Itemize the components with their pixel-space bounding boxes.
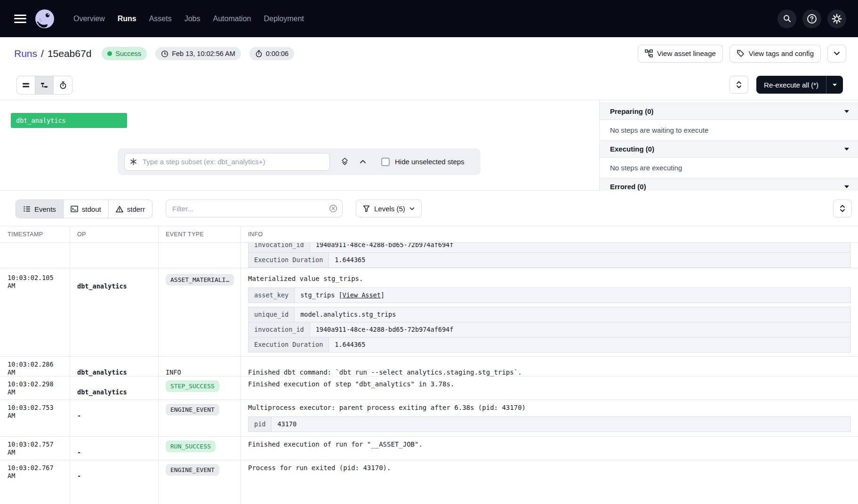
table-row-clipped: invocation_id 1940a911-48ce-4288-bd65-72… [0, 243, 858, 268]
stopwatch-icon [255, 50, 263, 57]
metadata-row: invocation_id 1940a911-48ce-4288-bd65-72… [248, 243, 850, 253]
nav-item-deployment[interactable]: Deployment [264, 15, 304, 23]
metadata-row: pid 43170 [248, 416, 850, 432]
info-cell: Finished execution of step "dbt_analytic… [241, 376, 858, 400]
timestamp-cell: 10:03:02.298AM [0, 376, 70, 400]
metadata-row: invocation_id 1940a911-48ce-4288-bd65-72… [248, 322, 850, 337]
stopwatch-view-icon [59, 81, 67, 89]
zoom-fit-button[interactable] [730, 76, 748, 94]
metadata-row: unique_id model.analytics.stg_trips [248, 307, 850, 322]
event-message: Materialized value stg_trips. [248, 275, 850, 283]
metadata-key: invocation_id [249, 243, 310, 252]
section-preparing-title: Preparing (0) [610, 107, 844, 115]
chevron-up-icon[interactable] [360, 160, 366, 164]
table-row: 10:03:02.286AM dbt_analytics INFO Finish… [0, 357, 858, 376]
metadata-row: Execution Duration 1.644365 [248, 252, 850, 268]
metadata-value: stg_trips [View Asset] [295, 288, 850, 303]
waterfall-view-button[interactable] [35, 76, 54, 94]
status-badge: Success [102, 47, 147, 60]
metadata-key: asset_key [249, 288, 295, 303]
events-list-icon [23, 205, 31, 213]
breadcrumb-runs-link[interactable]: Runs [14, 48, 37, 59]
metadata-value: 1940a911-48ce-4288-bd65-72b974af694f [310, 243, 850, 252]
help-button[interactable] [802, 9, 821, 28]
tab-events-label: Events [34, 205, 56, 213]
search-button[interactable] [778, 9, 796, 28]
dagster-logo[interactable] [35, 9, 55, 29]
duration-pill: 0:00:06 [249, 47, 294, 60]
event-message: Multiprocess executor: parent process ex… [248, 404, 850, 412]
top-nav-bar: Overview Runs Assets Jobs Automation Dep… [0, 0, 858, 37]
op-cell: dbt_analytics [70, 376, 158, 400]
levels-filter-label: Levels (5) [374, 205, 405, 213]
caret-down-icon [844, 147, 850, 151]
breadcrumb: Runs / 15eab67d [14, 48, 91, 59]
clear-filter-icon[interactable] [329, 204, 337, 215]
log-filter-input[interactable] [166, 200, 343, 217]
metadata-value: 1.644365 [329, 337, 850, 352]
view-asset-lineage-button[interactable]: View asset lineage [638, 45, 723, 63]
log-expand-button[interactable] [833, 200, 852, 217]
updown-chevrons-icon [736, 80, 742, 89]
settings-button[interactable] [827, 9, 846, 28]
view-asset-link[interactable]: View Asset [343, 291, 381, 299]
timestamp-cell: 10:03:02.753AM [0, 400, 70, 436]
hamburger-menu-icon[interactable] [14, 12, 26, 25]
section-executing[interactable]: Executing (0) [600, 140, 858, 158]
event-type-cell: ASSET_MATERIALI… [158, 268, 241, 356]
event-type-cell: STEP_SUCCESS [158, 376, 241, 400]
levels-filter-button[interactable]: Levels (5) [356, 200, 422, 217]
waterfall-view-icon [40, 81, 48, 89]
log-tabs: Events stdout stderr [16, 200, 152, 218]
run-toolbar: Re-execute all (*) [0, 70, 858, 100]
col-event-type: EVENT TYPE [158, 231, 241, 238]
hide-unselected-label: Hide unselected steps [395, 158, 465, 166]
nav-item-overview[interactable]: Overview [73, 15, 105, 23]
metadata-value: 1.644365 [329, 253, 850, 267]
section-preparing-body: No steps are waiting to execute [600, 120, 858, 140]
tab-events[interactable]: Events [16, 200, 64, 218]
section-executing-body: No steps are executing [600, 158, 858, 178]
tab-stderr[interactable]: stderr [109, 200, 152, 218]
nav-item-assets[interactable]: Assets [149, 15, 172, 23]
timestamp-cell: 10:03:02.767AM [0, 460, 70, 484]
section-preparing[interactable]: Preparing (0) [600, 103, 858, 120]
step-subset-input[interactable] [124, 153, 330, 171]
table-header: TIMESTAMP OP EVENT TYPE INFO [0, 226, 858, 243]
nav-item-automation[interactable]: Automation [213, 15, 251, 23]
step-filter-panel: Hide unselected steps [118, 148, 481, 175]
graph-layers-icon[interactable] [340, 157, 349, 166]
op-cell: dbt_analytics [70, 268, 158, 356]
caret-down-icon [844, 185, 850, 189]
header-more-dropdown-button[interactable] [827, 45, 846, 63]
section-errored[interactable]: Errored (0) [600, 178, 858, 191]
reexecute-dropdown-toggle[interactable] [826, 83, 843, 87]
timestamp-cell: 10:03:02.757AM [0, 437, 70, 460]
timer-view-button[interactable] [54, 76, 72, 94]
start-time-label: Feb 13, 10:02:56 AM [172, 50, 235, 57]
run-header: Runs / 15eab67d Success Feb 13, 10:02:56… [0, 37, 858, 70]
metadata-value: 1940a911-48ce-4288-bd65-72b974af694f [310, 322, 850, 337]
table-row: 10:03:02.105AM dbt_analytics ASSET_MATER… [0, 268, 858, 357]
reexecute-all-button[interactable]: Re-execute all (*) [756, 76, 843, 94]
tab-stdout-label: stdout [82, 205, 101, 213]
nav-item-jobs[interactable]: Jobs [184, 15, 200, 23]
flat-view-button[interactable] [17, 76, 35, 94]
metadata-key: invocation_id [249, 322, 310, 337]
caret-down-icon [832, 83, 837, 87]
warning-triangle-icon [116, 206, 123, 213]
col-info: INFO [241, 231, 858, 238]
hide-unselected-checkbox[interactable] [381, 158, 390, 166]
hide-unselected-steps-control[interactable]: Hide unselected steps [381, 158, 465, 166]
gantt-step-bar[interactable]: dbt_analytics [11, 113, 127, 128]
event-type-chip: RUN_SUCCESS [166, 440, 216, 452]
tag-icon [737, 49, 745, 57]
event-type-cell: RUN_SUCCESS [158, 437, 241, 460]
status-label: Success [115, 50, 141, 57]
tab-stdout[interactable]: stdout [64, 200, 109, 218]
breadcrumb-separator: / [41, 48, 44, 59]
col-timestamp: TIMESTAMP [0, 231, 70, 238]
view-tags-config-button[interactable]: View tags and config [730, 45, 821, 63]
nav-item-runs[interactable]: Runs [118, 15, 136, 23]
info-cell: Process for run exited (pid: 43170). [241, 460, 858, 484]
